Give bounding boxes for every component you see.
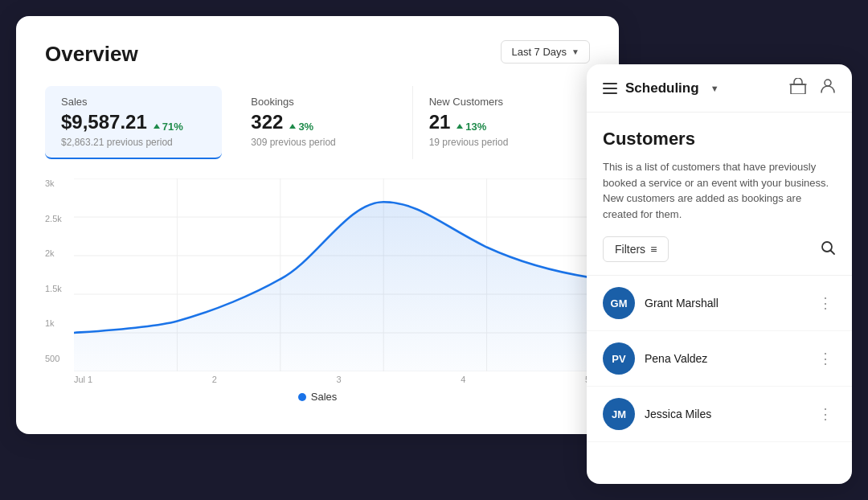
- filters-row: Filters ≡: [603, 236, 836, 262]
- panel-header-left: Scheduling ▼: [603, 80, 719, 96]
- panel-header-right: [789, 77, 836, 99]
- customer-list: GM Grant Marshall ⋮ PV Pena Valdez ⋮ JM …: [587, 275, 852, 442]
- stat-bookings-label: Bookings: [251, 96, 395, 108]
- more-options-icon-pv[interactable]: ⋮: [815, 350, 836, 367]
- last-days-label: Last 7 Days: [511, 46, 567, 58]
- stat-sales: Sales $9,587.21 71% $2,863.21 previous p…: [45, 86, 222, 159]
- stat-new-customers-badge: 13%: [457, 121, 486, 133]
- scheduling-panel: Scheduling ▼: [587, 64, 852, 484]
- chevron-down-icon: ▼: [571, 47, 579, 56]
- filters-label: Filters: [615, 243, 645, 256]
- search-icon[interactable]: [820, 240, 836, 260]
- customers-description: This is a list of customers that have pr…: [603, 159, 836, 222]
- customer-name-jm: Jessica Miles: [645, 408, 815, 420]
- last-days-button[interactable]: Last 7 Days ▼: [501, 40, 590, 64]
- more-options-icon-gm[interactable]: ⋮: [815, 294, 836, 312]
- y-label-1_5k: 1.5k: [45, 284, 74, 293]
- customer-item-pv[interactable]: PV Pena Valdez ⋮: [587, 331, 852, 387]
- arrow-up-icon: [154, 124, 160, 129]
- stat-new-customers-value: 21: [429, 111, 451, 133]
- y-label-500: 500: [45, 354, 74, 363]
- customer-name-gm: Grant Marshall: [645, 297, 815, 309]
- arrow-up-icon-3: [457, 124, 463, 129]
- avatar-gm: GM: [603, 287, 635, 319]
- panel-title: Scheduling: [625, 80, 699, 96]
- chart-legend: Sales: [45, 391, 590, 403]
- store-icon[interactable]: [789, 78, 807, 98]
- avatar-pv: PV: [603, 342, 635, 375]
- hamburger-icon[interactable]: [603, 83, 617, 94]
- x-label-2: 2: [212, 375, 217, 384]
- stat-new-customers-label: New Customers: [429, 96, 574, 108]
- stat-bookings: Bookings 322 3% 309 previous period: [235, 86, 412, 159]
- stat-sales-prev: $2,863.21 previous period: [61, 137, 206, 148]
- stat-sales-label: Sales: [61, 96, 206, 108]
- filters-button[interactable]: Filters ≡: [603, 236, 669, 262]
- more-options-icon-jm[interactable]: ⋮: [815, 405, 836, 423]
- y-label-1k: 1k: [45, 318, 74, 328]
- panel-header: Scheduling ▼: [587, 64, 852, 113]
- avatar-jm: JM: [603, 398, 635, 430]
- stat-bookings-prev: 309 previous period: [251, 137, 395, 148]
- svg-line-14: [831, 250, 835, 254]
- y-label-2k: 2k: [45, 248, 74, 258]
- stats-row: Sales $9,587.21 71% $2,863.21 previous p…: [45, 86, 590, 159]
- stat-sales-value: $9,587.21: [61, 111, 147, 133]
- person-icon[interactable]: [820, 77, 836, 99]
- stat-sales-badge: 71%: [154, 121, 183, 133]
- legend-label: Sales: [311, 391, 338, 403]
- x-axis: Jul 1 2 3 4 5: [45, 371, 590, 384]
- stat-bookings-badge: 3%: [289, 121, 313, 133]
- scheduling-chevron-icon: ▼: [710, 84, 719, 93]
- y-label-3k: 3k: [45, 178, 74, 188]
- x-label-jul1: Jul 1: [74, 375, 92, 384]
- svg-point-12: [825, 80, 831, 86]
- customer-item[interactable]: GM Grant Marshall ⋮: [587, 276, 852, 331]
- arrow-up-icon-2: [289, 124, 296, 129]
- customer-item-jm[interactable]: JM Jessica Miles ⋮: [587, 387, 852, 442]
- overview-card: Overview Last 7 Days ▼ Sales $9,587.21 7…: [16, 16, 619, 434]
- stat-bookings-value: 322: [251, 111, 283, 133]
- svg-rect-11: [791, 84, 805, 94]
- x-label-3: 3: [337, 375, 342, 384]
- chart-container: 3k 2.5k 2k 1.5k 1k 500: [45, 178, 590, 387]
- x-label-4: 4: [461, 375, 465, 384]
- sales-chart: [74, 178, 590, 371]
- customer-name-pv: Pena Valdez: [645, 352, 815, 365]
- customers-title: Customers: [603, 129, 836, 150]
- stat-new-customers: New Customers 21 13% 19 previous period: [413, 86, 590, 159]
- y-label-2_5k: 2.5k: [45, 214, 74, 223]
- legend-dot: [298, 393, 306, 401]
- stat-new-customers-prev: 19 previous period: [429, 137, 574, 148]
- customers-section: Customers This is a list of customers th…: [587, 113, 852, 262]
- filter-icon: ≡: [650, 243, 657, 256]
